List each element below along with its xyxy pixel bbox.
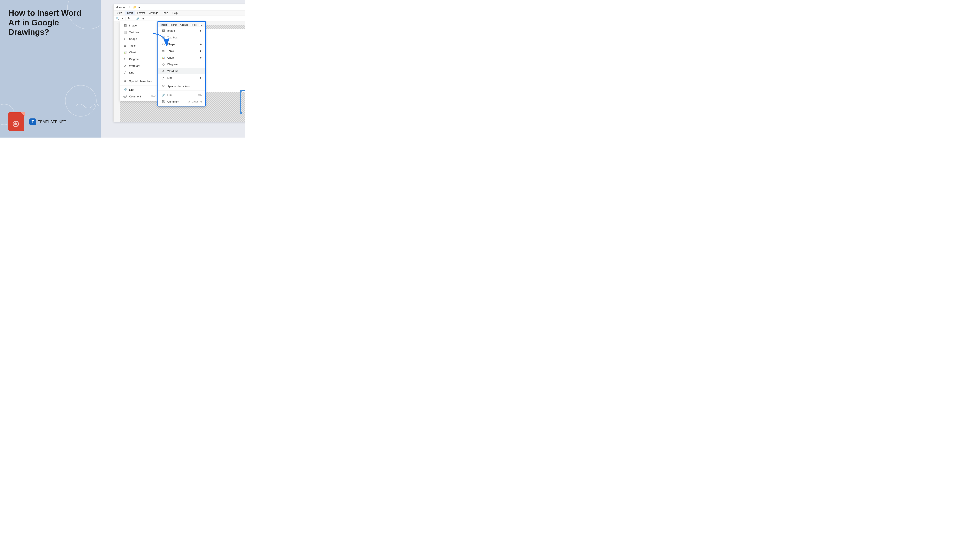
right-panel: drawing ☆ 📁 ☁ Last edit was 12 minutes a… bbox=[101, 0, 245, 137]
second-dd-image-label: Image bbox=[167, 29, 175, 32]
second-insert-dropdown: Insert Format Arrange Tools H... 🖼 Image… bbox=[158, 21, 206, 107]
line-arrow: ▶ bbox=[200, 77, 202, 79]
first-dd-wordart[interactable]: A Word art bbox=[120, 62, 159, 69]
second-dd-special-label: Special characters bbox=[167, 85, 190, 88]
menu-help[interactable]: Help bbox=[171, 11, 180, 15]
first-dd-line[interactable]: ╱ Line bbox=[120, 69, 159, 76]
menu-tools[interactable]: Tools bbox=[161, 11, 170, 15]
second-dd-textbox[interactable]: ⬜ Text box bbox=[158, 34, 205, 41]
link-icon: 🔗 bbox=[123, 88, 127, 92]
second-dd-comment[interactable]: 💬 Comment ⌘+Option+M bbox=[158, 98, 205, 105]
wordart-icon-2: A bbox=[161, 69, 165, 73]
link-kbd: ⌘K bbox=[198, 94, 202, 96]
second-dd-link[interactable]: 🔗 Link ⌘K bbox=[158, 92, 205, 98]
chart-icon-2: 📊 bbox=[161, 56, 165, 59]
chart-icon: 📊 bbox=[123, 50, 127, 54]
handle-tl bbox=[240, 90, 242, 92]
wordart-icon: A bbox=[123, 64, 127, 68]
menu-arrange[interactable]: Arrange bbox=[148, 11, 160, 15]
first-dd-chart-label: Chart bbox=[129, 51, 136, 54]
second-dd-wordart-label: Word art bbox=[167, 70, 178, 73]
first-dd-chart[interactable]: 📊 Chart bbox=[120, 49, 159, 56]
italic-btn[interactable]: I bbox=[132, 17, 134, 21]
first-dd-comment[interactable]: 💬 Comment ⌘+0 bbox=[120, 93, 159, 100]
template-logo: T TEMPLATE.NET bbox=[29, 118, 66, 125]
left-panel: How to Insert Word Art in Google Drawing… bbox=[0, 0, 101, 137]
second-dd-diagram[interactable]: ⬡ Diagram bbox=[158, 61, 205, 68]
second-dd-table[interactable]: ▦ Table ▶ bbox=[158, 48, 205, 54]
comment-icon-2: 💬 bbox=[161, 100, 165, 104]
first-dd-image-label: Image bbox=[129, 24, 137, 27]
bold-btn[interactable]: B bbox=[127, 17, 130, 21]
special-icon: ⌘ bbox=[123, 79, 127, 83]
diagram-icon: ⬡ bbox=[123, 57, 127, 61]
page-title: How to Insert Word Art in Google Drawing… bbox=[8, 8, 92, 37]
first-dd-wordart-label: Word art bbox=[129, 64, 140, 67]
second-dd-diagram-label: Diagram bbox=[167, 63, 178, 66]
second-dd-line[interactable]: ╱ Line ▶ bbox=[158, 74, 205, 81]
doc-icon-circle bbox=[13, 121, 19, 127]
handle-bl bbox=[240, 112, 242, 114]
first-dd-image[interactable]: 🖼 Image bbox=[120, 22, 159, 29]
image-arrow: ▶ bbox=[200, 29, 202, 32]
comment-icon: 💬 bbox=[123, 94, 127, 98]
mini-menu-h[interactable]: H... bbox=[198, 23, 204, 27]
first-dd-separator-2 bbox=[120, 85, 159, 86]
title-icons: ☆ 📁 ☁ bbox=[129, 6, 141, 9]
mini-menu-tools[interactable]: Tools bbox=[190, 23, 198, 27]
first-dd-comment-label: Comment bbox=[129, 95, 141, 98]
template-suffix: .NET bbox=[57, 120, 66, 124]
template-t-letter: T bbox=[29, 118, 36, 125]
doc-icon bbox=[8, 112, 25, 131]
second-dd-wordart[interactable]: A Word art bbox=[158, 68, 205, 74]
first-dd-shape[interactable]: ⬡ Shape bbox=[120, 35, 159, 42]
comment-kbd-2: ⌘+Option+M bbox=[188, 100, 202, 103]
mini-menu-arrange[interactable]: Arrange bbox=[179, 23, 189, 27]
ruler-mark-2: 2 bbox=[117, 22, 118, 24]
link-btn[interactable]: 🔗 bbox=[135, 17, 140, 21]
first-dd-link-label: Link bbox=[129, 88, 134, 91]
drawings-left-sidebar bbox=[114, 25, 120, 122]
first-dd-line-label: Line bbox=[129, 71, 134, 74]
shape-icon-2: ⬡ bbox=[161, 42, 165, 46]
line-icon: ╱ bbox=[123, 70, 127, 74]
second-dd-special[interactable]: ⌘ Special characters bbox=[158, 83, 205, 90]
first-dd-diagram-label: Diagram bbox=[129, 57, 139, 61]
template-name: TEMPLATE.NET bbox=[38, 120, 66, 124]
image-btn[interactable]: ⊞ bbox=[142, 17, 145, 21]
menu-format[interactable]: Format bbox=[135, 11, 147, 15]
second-dd-table-label: Table bbox=[167, 49, 174, 53]
mini-menu-format[interactable]: Format bbox=[169, 23, 178, 27]
star-icon[interactable]: ☆ bbox=[129, 6, 132, 9]
zoom-btn[interactable]: 🔍 bbox=[115, 17, 120, 21]
textbox-icon-2: ⬜ bbox=[161, 35, 165, 39]
toolbar-separator-1 bbox=[126, 17, 126, 20]
shape-icon: ⬡ bbox=[123, 37, 127, 41]
first-dd-textbox[interactable]: ⬜ Text box bbox=[120, 29, 159, 35]
zoom-dropdown[interactable]: ▾ bbox=[121, 17, 124, 21]
menu-insert[interactable]: Insert bbox=[125, 11, 135, 15]
table-icon-2: ▦ bbox=[161, 49, 165, 53]
folder-icon[interactable]: 📁 bbox=[133, 6, 137, 9]
first-dd-link[interactable]: 🔗 Link bbox=[120, 86, 159, 93]
second-dd-shape[interactable]: ⬡ Shape ▶ bbox=[158, 41, 205, 48]
second-dd-shape-label: Shape bbox=[167, 43, 175, 46]
first-insert-dropdown: 🖼 Image ⬜ Text box ⬡ Shape ▦ Table 📊 Cha… bbox=[120, 21, 159, 101]
diagram-icon-2: ⬡ bbox=[161, 62, 165, 66]
image-icon-2: 🖼 bbox=[161, 29, 165, 33]
cloud-icon[interactable]: ☁ bbox=[138, 6, 141, 9]
second-dd-chart[interactable]: 📊 Chart ▶ bbox=[158, 54, 205, 61]
second-dd-textbox-label: Text box bbox=[167, 36, 177, 39]
template-name-text: TEMPLATE bbox=[38, 120, 57, 124]
comment-kbd: ⌘+0 bbox=[151, 95, 156, 98]
drawings-titlebar: drawing ☆ 📁 ☁ Last edit was 12 minutes a… bbox=[114, 5, 245, 11]
special-icon-2: ⌘ bbox=[161, 84, 165, 88]
first-dd-diagram[interactable]: ⬡ Diagram bbox=[120, 56, 159, 62]
mini-menu-insert[interactable]: Insert bbox=[160, 23, 168, 27]
word-art-canvas-element: word bbox=[240, 90, 245, 113]
drawings-toolbar: 🔍 ▾ B I 🔗 ⊞ Format options bbox=[114, 16, 245, 21]
menu-view[interactable]: View bbox=[115, 11, 124, 15]
first-dd-table[interactable]: ▦ Table bbox=[120, 42, 159, 49]
second-dd-image[interactable]: 🖼 Image ▶ bbox=[158, 27, 205, 34]
first-dd-special[interactable]: ⌘ Special characters bbox=[120, 78, 159, 84]
